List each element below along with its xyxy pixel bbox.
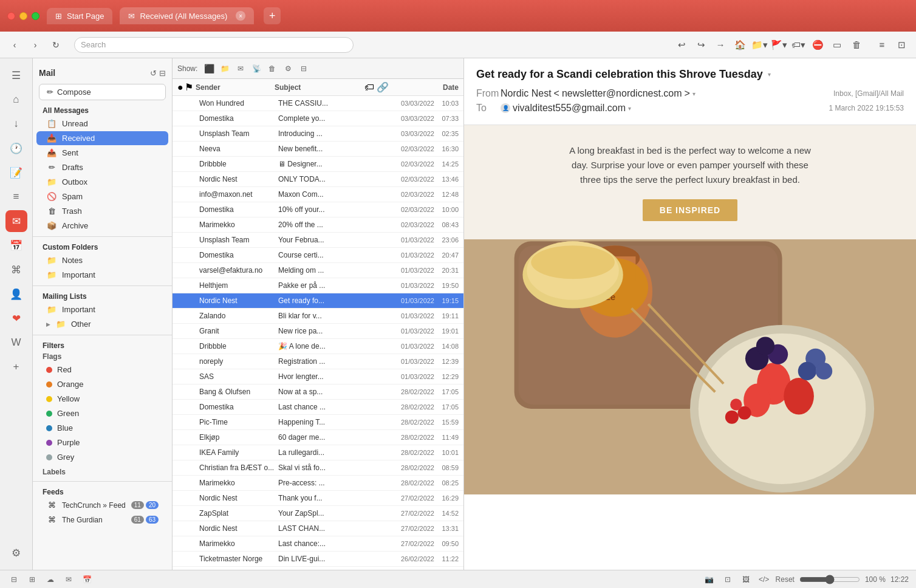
statusbar-image-icon[interactable]: 🖼: [739, 573, 753, 586]
nav-item-flag-purple[interactable]: Purple: [36, 436, 168, 450]
table-row[interactable]: Domestika Course certi... 01/03/2022 20:…: [173, 248, 463, 263]
table-row[interactable]: Dribbble 🎉 A lone de... 01/03/2022 14:08: [173, 339, 463, 354]
sidebar-icon-plus[interactable]: +: [5, 356, 27, 378]
folder-button[interactable]: 📁▾: [751, 36, 768, 53]
spam-button[interactable]: ⛔: [809, 36, 826, 53]
nav-item-archive[interactable]: 📦 Archive: [36, 219, 168, 233]
nav-item-trash[interactable]: 🗑 Trash: [36, 204, 168, 218]
table-row[interactable]: Dribbble 🖥 Designer... 02/03/2022 14:25: [173, 157, 463, 172]
filter-btn-1[interactable]: 📁: [218, 62, 231, 75]
back-button[interactable]: ‹: [6, 36, 23, 53]
table-row[interactable]: noreply Registration ... 01/03/2022 12:3…: [173, 354, 463, 369]
nav-item-flag-grey[interactable]: Grey: [36, 450, 168, 464]
sender-col-header[interactable]: Sender: [196, 83, 275, 92]
tab-close-button[interactable]: ×: [236, 11, 245, 21]
nav-item-ml-other[interactable]: ▶ 📁 Other: [36, 317, 168, 331]
sidebar-icon-wiki[interactable]: W: [5, 332, 27, 354]
forward-button-mail[interactable]: →: [712, 36, 729, 53]
table-row[interactable]: Helthjem Pakke er på ... 01/03/2022 19:5…: [173, 278, 463, 293]
sidebar-icon-rss[interactable]: ⌘: [5, 259, 27, 281]
filter-btn-5[interactable]: ⚙: [281, 62, 295, 75]
table-row[interactable]: Elkjøp 60 dager me... 28/02/2022 11:49: [173, 430, 463, 445]
layout-button[interactable]: ▭: [829, 36, 846, 53]
flag-button[interactable]: 🚩▾: [770, 36, 787, 53]
nav-item-guardian[interactable]: ⌘ The Gurdian 61 63: [36, 513, 168, 527]
sidebar-icon-list[interactable]: ☰: [5, 64, 27, 86]
nav-item-outbox[interactable]: 📁 Outbox: [36, 175, 168, 189]
reply-all-button[interactable]: ↪: [692, 36, 709, 53]
table-row[interactable]: Marimekko Pre-access: ... 28/02/2022 08:…: [173, 476, 463, 491]
statusbar-calendar-button[interactable]: 📅: [80, 573, 94, 586]
statusbar-mail-button[interactable]: ✉: [62, 573, 75, 586]
nav-item-received[interactable]: 📥 Received: [36, 131, 168, 145]
sidebar-icon-download[interactable]: ↓: [5, 113, 27, 135]
delete-button[interactable]: 🗑: [848, 36, 865, 53]
table-row[interactable]: Nordic Nest ONLY TODA... 02/03/2022 13:4…: [173, 172, 463, 187]
statusbar-code-icon[interactable]: </>: [757, 573, 771, 586]
forward-button[interactable]: ›: [27, 36, 44, 53]
filter-btn-4[interactable]: 🗑: [265, 62, 279, 75]
nav-item-flag-blue[interactable]: Blue: [36, 421, 168, 435]
compose-button[interactable]: ✏ Compose: [39, 84, 166, 100]
table-row[interactable]: Nordic Nest LAST CHAN... 27/02/2022 13:3…: [173, 521, 463, 536]
table-row[interactable]: Bang & Olufsen Now at a sp... 28/02/2022…: [173, 385, 463, 400]
add-tab-button[interactable]: +: [264, 7, 281, 24]
table-row[interactable]: Marimekko 20% off the ... 02/03/2022 08:…: [173, 217, 463, 233]
close-button[interactable]: [7, 12, 15, 20]
tab-received[interactable]: ✉ Received (All Messages) ×: [120, 7, 254, 24]
table-row[interactable]: Unsplash Team Your Februa... 01/03/2022 …: [173, 233, 463, 248]
nav-item-important[interactable]: 📁 Important: [36, 268, 168, 282]
table-row[interactable]: Pic-Time Happening T... 28/02/2022 15:59: [173, 415, 463, 430]
sidebar-icon-calendar[interactable]: 📅: [5, 234, 27, 256]
statusbar-camera-icon[interactable]: 📷: [703, 573, 716, 586]
sidebar-icon-chart[interactable]: ≡: [5, 186, 27, 208]
sidebar-icon-clock[interactable]: 🕐: [5, 137, 27, 159]
tab-start-page[interactable]: ⊞ Start Page: [47, 8, 112, 24]
filter-btn-6[interactable]: ⊟: [297, 62, 310, 75]
refresh-button[interactable]: ↻: [47, 36, 64, 53]
nav-item-notes[interactable]: 📁 Notes: [36, 253, 168, 267]
table-row[interactable]: IKEA Family La rullegardi... 28/02/2022 …: [173, 445, 463, 460]
table-row[interactable]: Zalando Bli klar for v... 01/03/2022 19:…: [173, 309, 463, 324]
sidebar-icon-vivaldi[interactable]: ❤: [5, 307, 27, 329]
table-row[interactable]: Domestika Last chance ... 28/02/2022 17:…: [173, 400, 463, 415]
nav-item-spam[interactable]: 🚫 Spam: [36, 190, 168, 203]
nav-item-unread[interactable]: 📋 Unread: [36, 117, 168, 131]
nav-item-sent[interactable]: 📤 Sent: [36, 146, 168, 160]
table-row[interactable]: Domestika Complete yo... 03/03/2022 07:3…: [173, 111, 463, 126]
date-col-header[interactable]: Date: [389, 83, 459, 92]
nav-item-ml-important[interactable]: 📁 Important: [36, 303, 168, 316]
table-row[interactable]: varsel@efaktura.no Melding om ... 01/03/…: [173, 263, 463, 278]
search-bar[interactable]: Search: [74, 37, 354, 53]
table-row[interactable]: Nordic Nest Get ready fo... 01/03/2022 1…: [173, 293, 463, 309]
reply-button[interactable]: ↩: [673, 36, 690, 53]
table-row[interactable]: Domestika 10% off your... 02/03/2022 10:…: [173, 202, 463, 217]
archive-button[interactable]: 🏠: [731, 36, 748, 53]
table-row[interactable]: Granit New rice pa... 01/03/2022 19:01: [173, 324, 463, 339]
sidebar-icon-home[interactable]: ⌂: [5, 89, 27, 111]
statusbar-window-icon[interactable]: ⊡: [721, 573, 734, 586]
subject-col-header[interactable]: Subject: [275, 83, 364, 92]
table-row[interactable]: Unsplash Team Introducing ... 03/03/2022…: [173, 126, 463, 142]
nav-item-drafts[interactable]: ✏ Drafts: [36, 160, 168, 174]
tag-button[interactable]: 🏷▾: [790, 36, 807, 53]
table-row[interactable]: Won Hundred THE CASSIU... 03/03/2022 10:…: [173, 96, 463, 111]
table-row[interactable]: SAS Hvor lengter... 01/03/2022 12:29: [173, 369, 463, 385]
minimize-button[interactable]: [19, 12, 27, 20]
nav-item-flag-yellow[interactable]: Yellow: [36, 392, 168, 406]
table-row[interactable]: Ticketmaster Norge Din LIVE-gui... 26/02…: [173, 552, 463, 567]
table-row[interactable]: Christian fra BÆST o... Skal vi stå fo..…: [173, 460, 463, 476]
refresh-nav-button[interactable]: ↺: [150, 69, 157, 78]
sidebar-icon-settings[interactable]: ⚙: [5, 542, 27, 564]
statusbar-sync-button[interactable]: ☁: [44, 573, 57, 586]
all-button[interactable]: ⬛: [202, 62, 216, 75]
statusbar-sidebar-toggle[interactable]: ⊟: [7, 573, 21, 586]
sidebar-icon-contacts[interactable]: 👤: [5, 283, 27, 305]
filter-button[interactable]: ⊟: [159, 69, 166, 78]
filter-btn-2[interactable]: ✉: [234, 62, 247, 75]
table-row[interactable]: Marimekko Last chance:... 27/02/2022 09:…: [173, 536, 463, 552]
zoom-slider[interactable]: [799, 575, 860, 584]
nav-item-flag-red[interactable]: Red: [36, 363, 168, 377]
maximize-button[interactable]: [32, 12, 39, 20]
statusbar-panels-button[interactable]: ⊞: [26, 573, 39, 586]
